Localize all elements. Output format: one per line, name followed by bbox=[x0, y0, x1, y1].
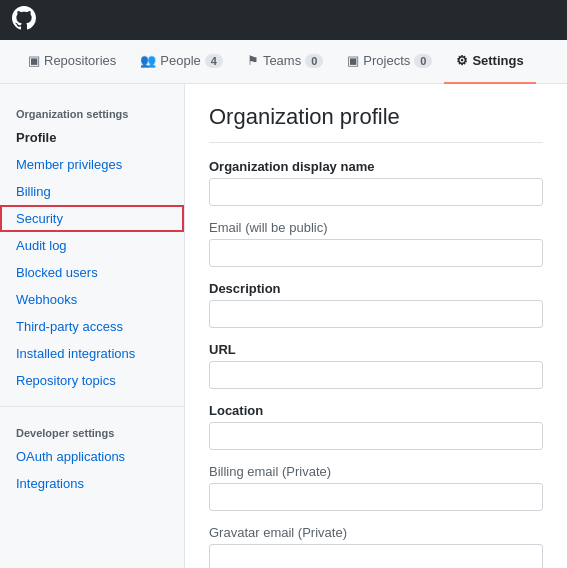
tab-people-label: People bbox=[160, 53, 200, 68]
tab-teams[interactable]: ⚑ Teams 0 bbox=[235, 40, 335, 84]
projects-badge: 0 bbox=[414, 54, 432, 68]
sidebar-item-oauth-applications[interactable]: OAuth applications bbox=[0, 443, 184, 470]
label-email: Email (will be public) bbox=[209, 220, 543, 235]
sidebar-item-webhooks[interactable]: Webhooks bbox=[0, 286, 184, 313]
tab-repositories[interactable]: ▣ Repositories bbox=[16, 40, 128, 84]
sidebar-item-billing[interactable]: Billing bbox=[0, 178, 184, 205]
page-title: Organization profile bbox=[209, 104, 543, 143]
form-group-location: Location bbox=[209, 403, 543, 450]
sidebar-item-security[interactable]: Security bbox=[0, 205, 184, 232]
sidebar-item-member-privileges[interactable]: Member privileges bbox=[0, 151, 184, 178]
tab-projects-label: Projects bbox=[363, 53, 410, 68]
sidebar-section-1-title: Organization settings bbox=[0, 100, 184, 124]
sidebar-item-blocked-users[interactable]: Blocked users bbox=[0, 259, 184, 286]
form-group-gravatar-email: Gravatar email (Private) bbox=[209, 525, 543, 568]
sidebar-item-repository-topics[interactable]: Repository topics bbox=[0, 367, 184, 394]
sidebar-section-2-title: Developer settings bbox=[0, 419, 184, 443]
label-url: URL bbox=[209, 342, 543, 357]
label-location: Location bbox=[209, 403, 543, 418]
settings-icon: ⚙ bbox=[456, 53, 468, 68]
repository-icon: ▣ bbox=[28, 53, 40, 68]
input-billing-email[interactable] bbox=[209, 483, 543, 511]
form-group-billing-email: Billing email (Private) bbox=[209, 464, 543, 511]
tab-settings[interactable]: ⚙ Settings bbox=[444, 40, 535, 84]
form-group-display-name: Organization display name bbox=[209, 159, 543, 206]
sidebar-item-installed-integrations[interactable]: Installed integrations bbox=[0, 340, 184, 367]
main-content: Organization profile Organization displa… bbox=[185, 84, 567, 568]
top-bar bbox=[0, 0, 567, 40]
logo-icon bbox=[12, 6, 36, 35]
sidebar-item-third-party-access[interactable]: Third-party access bbox=[0, 313, 184, 340]
input-gravatar-email[interactable] bbox=[209, 544, 543, 568]
projects-icon: ▣ bbox=[347, 53, 359, 68]
tab-people[interactable]: 👥 People 4 bbox=[128, 40, 235, 84]
label-gravatar-email: Gravatar email (Private) bbox=[209, 525, 543, 540]
tab-settings-label: Settings bbox=[472, 53, 523, 68]
teams-icon: ⚑ bbox=[247, 53, 259, 68]
teams-badge: 0 bbox=[305, 54, 323, 68]
input-email[interactable] bbox=[209, 239, 543, 267]
input-url[interactable] bbox=[209, 361, 543, 389]
tab-projects[interactable]: ▣ Projects 0 bbox=[335, 40, 444, 84]
label-description: Description bbox=[209, 281, 543, 296]
sidebar-item-integrations[interactable]: Integrations bbox=[0, 470, 184, 497]
label-display-name: Organization display name bbox=[209, 159, 543, 174]
form-group-url: URL bbox=[209, 342, 543, 389]
form-group-description: Description bbox=[209, 281, 543, 328]
tab-repositories-label: Repositories bbox=[44, 53, 116, 68]
input-description[interactable] bbox=[209, 300, 543, 328]
input-location[interactable] bbox=[209, 422, 543, 450]
sidebar-item-audit-log[interactable]: Audit log bbox=[0, 232, 184, 259]
people-badge: 4 bbox=[205, 54, 223, 68]
people-icon: 👥 bbox=[140, 53, 156, 68]
nav-tabs: ▣ Repositories 👥 People 4 ⚑ Teams 0 ▣ Pr… bbox=[0, 40, 567, 84]
label-billing-email: Billing email (Private) bbox=[209, 464, 543, 479]
form-group-email: Email (will be public) bbox=[209, 220, 543, 267]
sidebar-item-profile[interactable]: Profile bbox=[0, 124, 184, 151]
input-display-name[interactable] bbox=[209, 178, 543, 206]
sidebar: Organization settings Profile Member pri… bbox=[0, 84, 185, 568]
tab-teams-label: Teams bbox=[263, 53, 301, 68]
